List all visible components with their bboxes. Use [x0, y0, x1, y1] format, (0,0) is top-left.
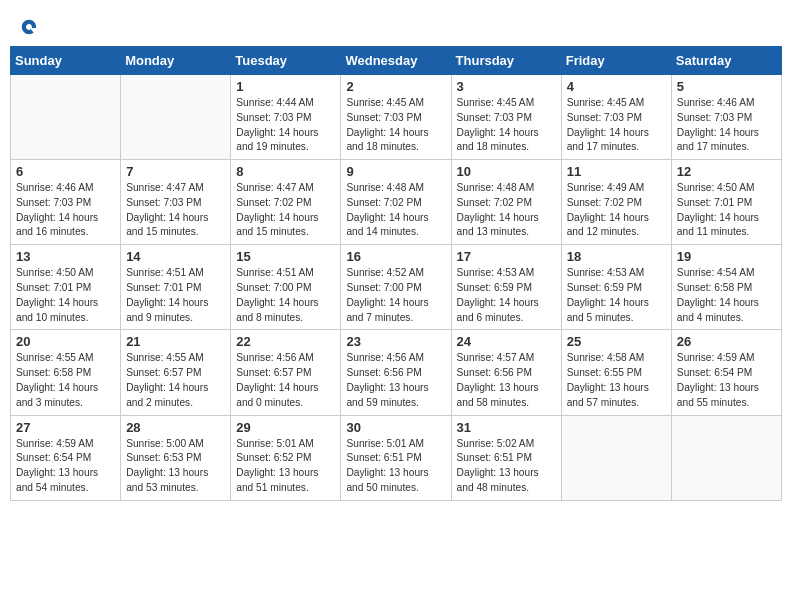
- day-number: 19: [677, 249, 776, 264]
- day-info: Sunrise: 4:59 AM Sunset: 6:54 PM Dayligh…: [16, 437, 115, 496]
- day-info: Sunrise: 4:46 AM Sunset: 7:03 PM Dayligh…: [16, 181, 115, 240]
- calendar-week-row: 6Sunrise: 4:46 AM Sunset: 7:03 PM Daylig…: [11, 160, 782, 245]
- calendar-day-cell: 20Sunrise: 4:55 AM Sunset: 6:58 PM Dayli…: [11, 330, 121, 415]
- calendar-day-cell: 24Sunrise: 4:57 AM Sunset: 6:56 PM Dayli…: [451, 330, 561, 415]
- calendar-day-cell: 17Sunrise: 4:53 AM Sunset: 6:59 PM Dayli…: [451, 245, 561, 330]
- calendar-day-cell: 31Sunrise: 5:02 AM Sunset: 6:51 PM Dayli…: [451, 415, 561, 500]
- calendar-day-cell: 3Sunrise: 4:45 AM Sunset: 7:03 PM Daylig…: [451, 75, 561, 160]
- day-info: Sunrise: 4:55 AM Sunset: 6:57 PM Dayligh…: [126, 351, 225, 410]
- calendar-day-cell: [671, 415, 781, 500]
- day-info: Sunrise: 4:49 AM Sunset: 7:02 PM Dayligh…: [567, 181, 666, 240]
- day-info: Sunrise: 4:54 AM Sunset: 6:58 PM Dayligh…: [677, 266, 776, 325]
- calendar-day-cell: 9Sunrise: 4:48 AM Sunset: 7:02 PM Daylig…: [341, 160, 451, 245]
- calendar-day-cell: 22Sunrise: 4:56 AM Sunset: 6:57 PM Dayli…: [231, 330, 341, 415]
- calendar-day-cell: 10Sunrise: 4:48 AM Sunset: 7:02 PM Dayli…: [451, 160, 561, 245]
- calendar-day-cell: 30Sunrise: 5:01 AM Sunset: 6:51 PM Dayli…: [341, 415, 451, 500]
- day-number: 8: [236, 164, 335, 179]
- calendar-day-cell: 26Sunrise: 4:59 AM Sunset: 6:54 PM Dayli…: [671, 330, 781, 415]
- day-info: Sunrise: 4:48 AM Sunset: 7:02 PM Dayligh…: [346, 181, 445, 240]
- calendar-day-cell: 7Sunrise: 4:47 AM Sunset: 7:03 PM Daylig…: [121, 160, 231, 245]
- day-info: Sunrise: 4:56 AM Sunset: 6:57 PM Dayligh…: [236, 351, 335, 410]
- day-info: Sunrise: 4:45 AM Sunset: 7:03 PM Dayligh…: [346, 96, 445, 155]
- page-header: [10, 10, 782, 40]
- day-info: Sunrise: 4:47 AM Sunset: 7:03 PM Dayligh…: [126, 181, 225, 240]
- day-info: Sunrise: 4:50 AM Sunset: 7:01 PM Dayligh…: [677, 181, 776, 240]
- day-number: 22: [236, 334, 335, 349]
- calendar-day-cell: 29Sunrise: 5:01 AM Sunset: 6:52 PM Dayli…: [231, 415, 341, 500]
- day-number: 23: [346, 334, 445, 349]
- day-number: 6: [16, 164, 115, 179]
- day-info: Sunrise: 4:45 AM Sunset: 7:03 PM Dayligh…: [567, 96, 666, 155]
- calendar-day-cell: 28Sunrise: 5:00 AM Sunset: 6:53 PM Dayli…: [121, 415, 231, 500]
- day-info: Sunrise: 4:56 AM Sunset: 6:56 PM Dayligh…: [346, 351, 445, 410]
- day-number: 11: [567, 164, 666, 179]
- day-number: 17: [457, 249, 556, 264]
- logo-icon: [20, 18, 38, 36]
- day-number: 30: [346, 420, 445, 435]
- calendar-day-cell: 2Sunrise: 4:45 AM Sunset: 7:03 PM Daylig…: [341, 75, 451, 160]
- day-number: 29: [236, 420, 335, 435]
- day-number: 26: [677, 334, 776, 349]
- day-number: 13: [16, 249, 115, 264]
- calendar-header-row: SundayMondayTuesdayWednesdayThursdayFrid…: [11, 47, 782, 75]
- calendar-day-cell: 14Sunrise: 4:51 AM Sunset: 7:01 PM Dayli…: [121, 245, 231, 330]
- day-info: Sunrise: 4:50 AM Sunset: 7:01 PM Dayligh…: [16, 266, 115, 325]
- day-info: Sunrise: 4:45 AM Sunset: 7:03 PM Dayligh…: [457, 96, 556, 155]
- day-info: Sunrise: 4:48 AM Sunset: 7:02 PM Dayligh…: [457, 181, 556, 240]
- calendar-day-cell: 6Sunrise: 4:46 AM Sunset: 7:03 PM Daylig…: [11, 160, 121, 245]
- day-info: Sunrise: 4:59 AM Sunset: 6:54 PM Dayligh…: [677, 351, 776, 410]
- day-number: 28: [126, 420, 225, 435]
- day-of-week-header: Saturday: [671, 47, 781, 75]
- day-of-week-header: Monday: [121, 47, 231, 75]
- calendar-day-cell: 25Sunrise: 4:58 AM Sunset: 6:55 PM Dayli…: [561, 330, 671, 415]
- calendar-day-cell: 5Sunrise: 4:46 AM Sunset: 7:03 PM Daylig…: [671, 75, 781, 160]
- calendar-day-cell: 21Sunrise: 4:55 AM Sunset: 6:57 PM Dayli…: [121, 330, 231, 415]
- day-number: 7: [126, 164, 225, 179]
- day-number: 10: [457, 164, 556, 179]
- day-number: 9: [346, 164, 445, 179]
- day-number: 31: [457, 420, 556, 435]
- calendar-day-cell: 1Sunrise: 4:44 AM Sunset: 7:03 PM Daylig…: [231, 75, 341, 160]
- calendar-day-cell: 12Sunrise: 4:50 AM Sunset: 7:01 PM Dayli…: [671, 160, 781, 245]
- calendar-day-cell: 13Sunrise: 4:50 AM Sunset: 7:01 PM Dayli…: [11, 245, 121, 330]
- day-info: Sunrise: 4:51 AM Sunset: 7:00 PM Dayligh…: [236, 266, 335, 325]
- day-number: 16: [346, 249, 445, 264]
- calendar-day-cell: 4Sunrise: 4:45 AM Sunset: 7:03 PM Daylig…: [561, 75, 671, 160]
- day-number: 18: [567, 249, 666, 264]
- calendar-day-cell: 18Sunrise: 4:53 AM Sunset: 6:59 PM Dayli…: [561, 245, 671, 330]
- calendar-day-cell: [561, 415, 671, 500]
- day-number: 2: [346, 79, 445, 94]
- day-number: 20: [16, 334, 115, 349]
- day-number: 4: [567, 79, 666, 94]
- logo: [20, 18, 42, 36]
- day-number: 5: [677, 79, 776, 94]
- day-info: Sunrise: 5:01 AM Sunset: 6:51 PM Dayligh…: [346, 437, 445, 496]
- day-info: Sunrise: 4:51 AM Sunset: 7:01 PM Dayligh…: [126, 266, 225, 325]
- day-info: Sunrise: 5:00 AM Sunset: 6:53 PM Dayligh…: [126, 437, 225, 496]
- day-info: Sunrise: 4:53 AM Sunset: 6:59 PM Dayligh…: [567, 266, 666, 325]
- calendar-week-row: 1Sunrise: 4:44 AM Sunset: 7:03 PM Daylig…: [11, 75, 782, 160]
- day-info: Sunrise: 4:55 AM Sunset: 6:58 PM Dayligh…: [16, 351, 115, 410]
- day-info: Sunrise: 4:58 AM Sunset: 6:55 PM Dayligh…: [567, 351, 666, 410]
- day-info: Sunrise: 4:46 AM Sunset: 7:03 PM Dayligh…: [677, 96, 776, 155]
- day-number: 21: [126, 334, 225, 349]
- day-info: Sunrise: 4:44 AM Sunset: 7:03 PM Dayligh…: [236, 96, 335, 155]
- day-info: Sunrise: 4:57 AM Sunset: 6:56 PM Dayligh…: [457, 351, 556, 410]
- day-of-week-header: Wednesday: [341, 47, 451, 75]
- calendar-day-cell: 11Sunrise: 4:49 AM Sunset: 7:02 PM Dayli…: [561, 160, 671, 245]
- day-info: Sunrise: 5:01 AM Sunset: 6:52 PM Dayligh…: [236, 437, 335, 496]
- day-number: 24: [457, 334, 556, 349]
- day-info: Sunrise: 4:47 AM Sunset: 7:02 PM Dayligh…: [236, 181, 335, 240]
- day-number: 12: [677, 164, 776, 179]
- day-number: 1: [236, 79, 335, 94]
- day-number: 25: [567, 334, 666, 349]
- day-number: 3: [457, 79, 556, 94]
- calendar-table: SundayMondayTuesdayWednesdayThursdayFrid…: [10, 46, 782, 501]
- day-of-week-header: Tuesday: [231, 47, 341, 75]
- day-number: 15: [236, 249, 335, 264]
- calendar-day-cell: 8Sunrise: 4:47 AM Sunset: 7:02 PM Daylig…: [231, 160, 341, 245]
- day-of-week-header: Thursday: [451, 47, 561, 75]
- day-of-week-header: Friday: [561, 47, 671, 75]
- day-of-week-header: Sunday: [11, 47, 121, 75]
- calendar-day-cell: [121, 75, 231, 160]
